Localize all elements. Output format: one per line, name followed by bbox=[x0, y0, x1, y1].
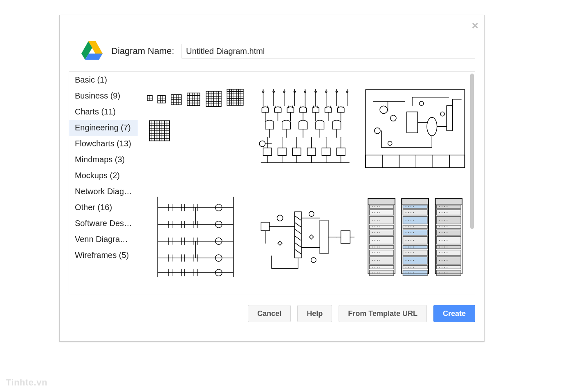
svg-point-358 bbox=[447, 220, 447, 220]
svg-point-247 bbox=[379, 226, 380, 227]
svg-rect-394 bbox=[436, 270, 461, 275]
svg-rect-273 bbox=[369, 265, 394, 269]
ladder-logic-template[interactable] bbox=[145, 188, 247, 286]
svg-point-377 bbox=[444, 246, 445, 247]
svg-point-378 bbox=[447, 246, 447, 247]
svg-rect-263 bbox=[369, 250, 394, 255]
help-button[interactable]: Help bbox=[297, 305, 332, 322]
svg-point-166 bbox=[440, 112, 444, 116]
svg-point-300 bbox=[413, 220, 414, 220]
svg-point-252 bbox=[379, 232, 380, 233]
process-flow-template[interactable] bbox=[364, 80, 466, 178]
sidebar-item[interactable]: Mindmaps (3) bbox=[69, 152, 138, 168]
svg-point-274 bbox=[372, 267, 373, 267]
pid-template[interactable] bbox=[254, 188, 356, 286]
svg-point-309 bbox=[411, 232, 411, 233]
svg-point-150 bbox=[260, 141, 265, 147]
svg-point-398 bbox=[447, 272, 447, 273]
svg-point-310 bbox=[413, 232, 414, 233]
svg-point-254 bbox=[372, 240, 373, 240]
create-button[interactable]: Create bbox=[433, 305, 475, 322]
svg-point-314 bbox=[411, 240, 411, 240]
svg-point-164 bbox=[374, 128, 380, 134]
svg-point-292 bbox=[405, 212, 406, 213]
logic-circuit-template[interactable] bbox=[254, 80, 356, 178]
svg-rect-285 bbox=[402, 198, 429, 204]
svg-point-261 bbox=[377, 246, 378, 247]
svg-point-315 bbox=[413, 240, 414, 240]
from-template-url-button[interactable]: From Template URL bbox=[339, 305, 427, 322]
svg-rect-233 bbox=[369, 209, 394, 215]
svg-rect-131 bbox=[263, 148, 272, 155]
svg-rect-301 bbox=[403, 225, 427, 228]
svg-point-167 bbox=[388, 141, 392, 146]
watermark-text: Tinhte.vn bbox=[6, 377, 47, 388]
svg-point-162 bbox=[380, 106, 387, 113]
svg-point-269 bbox=[372, 260, 373, 261]
svg-point-279 bbox=[372, 272, 373, 273]
svg-rect-146 bbox=[337, 148, 346, 155]
category-sidebar: Basic (1)Business (9)Charts (11)Engineer… bbox=[69, 72, 138, 294]
gallery-scrollbar[interactable] bbox=[470, 72, 475, 294]
sidebar-item[interactable]: Engineering (7) bbox=[69, 120, 138, 136]
svg-rect-326 bbox=[403, 257, 427, 264]
template-gallery bbox=[138, 72, 470, 294]
svg-point-387 bbox=[444, 260, 445, 261]
svg-point-385 bbox=[439, 260, 440, 261]
svg-point-272 bbox=[379, 260, 380, 261]
svg-point-295 bbox=[413, 212, 414, 213]
svg-point-312 bbox=[405, 240, 406, 240]
grid-array-template[interactable] bbox=[145, 80, 247, 178]
gallery-scrollbar-thumb[interactable] bbox=[470, 74, 474, 229]
sidebar-item[interactable]: Basic (1) bbox=[69, 72, 138, 88]
svg-point-287 bbox=[405, 206, 406, 207]
diagram-name-input[interactable] bbox=[182, 44, 475, 58]
svg-point-270 bbox=[374, 260, 375, 261]
dialog-footer: Cancel Help From Template URL Create bbox=[69, 305, 475, 322]
svg-point-337 bbox=[405, 272, 406, 273]
sidebar-item[interactable]: Network Diagram… bbox=[69, 184, 138, 199]
sidebar-item[interactable]: Wireframes (5) bbox=[69, 247, 138, 263]
close-icon[interactable]: × bbox=[472, 20, 478, 31]
svg-point-294 bbox=[411, 212, 411, 213]
svg-point-293 bbox=[408, 212, 409, 213]
dialog-body: Basic (1)Business (9)Charts (11)Engineer… bbox=[69, 72, 475, 294]
server-racks-template[interactable] bbox=[364, 188, 466, 286]
svg-point-276 bbox=[377, 267, 378, 267]
svg-point-246 bbox=[377, 226, 378, 227]
sidebar-item[interactable]: Flowcharts (13) bbox=[69, 136, 138, 152]
svg-rect-321 bbox=[403, 250, 427, 255]
svg-point-386 bbox=[442, 260, 442, 261]
svg-point-163 bbox=[390, 115, 396, 121]
svg-point-380 bbox=[439, 252, 440, 253]
cancel-button[interactable]: Cancel bbox=[248, 305, 291, 322]
svg-point-366 bbox=[442, 232, 442, 233]
svg-point-225 bbox=[311, 258, 316, 262]
sidebar-item[interactable]: Other (16) bbox=[69, 199, 138, 215]
sidebar-item[interactable]: Venn Diagrams (2) bbox=[69, 231, 138, 247]
svg-point-373 bbox=[447, 240, 447, 240]
svg-point-352 bbox=[444, 212, 445, 213]
svg-point-356 bbox=[442, 220, 442, 220]
sidebar-item[interactable]: Software Design (… bbox=[69, 215, 138, 231]
svg-point-392 bbox=[444, 267, 445, 267]
sidebar-item[interactable]: Mockups (2) bbox=[69, 168, 138, 184]
svg-point-334 bbox=[411, 267, 411, 267]
svg-point-393 bbox=[447, 267, 447, 267]
sidebar-item[interactable]: Charts (11) bbox=[69, 104, 138, 120]
svg-point-332 bbox=[405, 267, 406, 267]
svg-point-363 bbox=[447, 226, 447, 227]
svg-point-395 bbox=[439, 272, 440, 273]
svg-point-348 bbox=[447, 206, 447, 207]
svg-rect-238 bbox=[369, 216, 394, 224]
svg-point-303 bbox=[408, 226, 409, 227]
svg-rect-161 bbox=[447, 105, 452, 131]
svg-rect-331 bbox=[403, 265, 427, 269]
svg-point-250 bbox=[374, 232, 375, 233]
svg-rect-344 bbox=[436, 205, 461, 208]
sidebar-item[interactable]: Business (9) bbox=[69, 88, 138, 104]
svg-point-160 bbox=[427, 117, 437, 136]
svg-point-383 bbox=[447, 252, 447, 253]
svg-point-375 bbox=[439, 246, 440, 247]
svg-point-239 bbox=[372, 220, 373, 220]
